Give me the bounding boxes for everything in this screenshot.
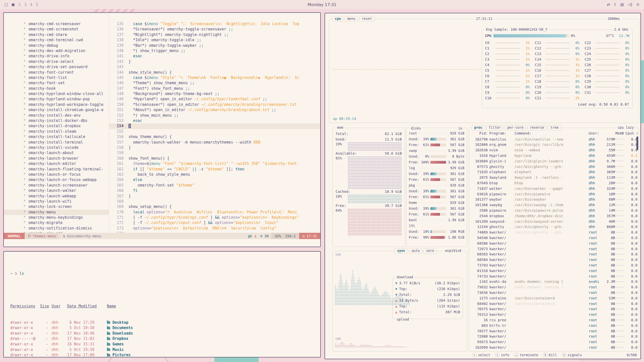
file-item[interactable]: *omarchy-drive-info [4,54,109,59]
process-row[interactable]: 76575kworker/root0B0.0 [472,306,637,312]
process-row[interactable]: 76313kworker/root0B0.0 [472,312,637,317]
file-item[interactable]: *omarchy-dev-add-migration [4,48,109,54]
file-item[interactable]: *omarchy-install-steam [4,129,109,134]
file-item[interactable]: *omarchy-install-chromium-google-a [4,107,109,113]
tab-sync[interactable]: sync [394,248,408,254]
process-row[interactable]: 63816pipewire/usr/bin/pipewiredhh16M0.0 [472,191,637,197]
bluetooth-icon[interactable]: ᛒ [614,2,616,7]
file-item[interactable]: *omarchy-launch-screensaver [4,183,109,188]
process-row[interactable]: 101399swayosd-/usr/bin/swayosd-serverdhh… [472,219,637,224]
process-row[interactable]: 2506pipewire/usr/bin/pipewire-pulsedhh14… [472,208,637,213]
process-row[interactable]: 87649btopbtopdhh26M0.0 [472,180,637,186]
file-item[interactable]: *omarchy-cmd-share [4,32,109,37]
workspace-window-icon[interactable]: ▢ [5,2,8,7]
editor-window[interactable]: *omarchy-cmd-screensaver*omarchy-cmd-scr… [3,12,321,247]
file-explorer[interactable]: *omarchy-cmd-screensaver*omarchy-cmd-scr… [4,13,109,233]
command-line[interactable] [4,239,320,247]
process-row[interactable]: 73703kworker/root0B0.0 [472,262,637,268]
tab-cpu[interactable]: cpu [332,16,343,22]
dir-name[interactable]: Dropbox [107,336,320,342]
proc-header-5[interactable]: Cpu% ↑ [625,131,637,135]
workspace-5[interactable]: 5 [36,2,38,7]
tab-zero[interactable]: zero [423,248,437,254]
file-item[interactable]: *omarchy-hyprland-workspace-toggle [4,102,109,107]
file-item[interactable]: *omarchy-launch-editor [4,161,109,166]
dir-name[interactable]: Documents [107,325,320,331]
file-item[interactable]: *omarchy-install-docker-dbs [4,118,109,123]
dir-name[interactable]: Pictures [107,352,320,357]
keyboard-icon[interactable]: ▤ [620,2,624,7]
file-item[interactable]: *omarchy-install-vscode [4,145,109,150]
file-item[interactable]: *omarchy-launch-floating-terminal- [4,167,109,172]
file-item[interactable]: *omarchy-drive-select [4,59,109,64]
process-row[interactable]: 68583kworker/root0B0.0 [472,252,637,257]
proc-scrollbar[interactable] [636,137,638,150]
file-item[interactable]: *omarchy-install-tailscale [4,134,109,140]
process-row[interactable]: 1916HyprlandHyprlanddhh455M0.2 [472,153,637,158]
process-row[interactable]: 95673kworker/root0B0.0 [472,339,637,345]
file-item[interactable]: *omarchy-notification-dismiss [4,226,109,231]
tab-tree[interactable]: tree [548,125,561,130]
file-item[interactable]: *omarchy-launch-walker [4,188,109,193]
tab-menu[interactable]: menu [345,16,358,22]
file-item[interactable]: *omarchy-launch-wifi [4,199,109,204]
update-interval[interactable]: 2000ms [606,17,621,21]
process-row[interactable]: 94540kworker/root0B0.0 [472,235,637,241]
footer-select[interactable]: ↕select [472,353,490,357]
file-item[interactable]: *omarchy-cmd-screensaver [4,21,109,27]
file-item[interactable]: *omarchy-lock-screen [4,204,109,209]
process-row[interactable]: 68586kworker/root0B0.0 [472,241,637,246]
network-interface[interactable]: enp191s0 [444,249,463,253]
file-item[interactable]: *omarchy-install-dropbox [4,123,109,129]
file-item[interactable]: *omarchy-cmd-screenshot [4,27,109,32]
process-row[interactable]: 72088kworker/root0B0.0 [472,334,637,339]
file-item[interactable]: *omarchy-install-terminal [4,140,109,145]
process-row[interactable]: 102866org.gnom/usr/bin/gjs /usr/lib/odhh… [472,142,637,148]
process-row[interactable]: 68584kworker/root0B0.0 [472,257,637,262]
tab-reset[interactable]: reset [359,16,375,22]
proc-header-3[interactable]: User: [589,131,603,135]
process-row[interactable]: 1162avahi-daavahi-daemon: running [avahi… [472,279,637,285]
file-item[interactable]: *omarchy-hyprland-window-close-all [4,91,109,97]
file-item[interactable]: *omarchy-font-list [4,75,109,80]
process-row[interactable]: 2075XwaylandXwayland :1 -rootless -dhh11… [472,175,637,180]
mem-panel-title[interactable]: mem [336,125,345,129]
file-item[interactable]: *omarchy-font-current [4,70,109,75]
tab-reverse[interactable]: reverse [527,125,547,130]
terminal-window[interactable]: ~ ❯ ls Permissions Size User Date Modifi… [3,251,321,357]
network-icon[interactable]: ⇄ [607,2,610,7]
disks-panel-title[interactable]: disks [409,125,423,131]
proc-header-1[interactable]: Program: [489,131,513,135]
process-row[interactable]: 16rcu_preeroot0B0.0 [472,317,637,323]
file-item[interactable]: *omarchy-launch-or-focus [4,172,109,177]
workspace-2[interactable]: 2 [18,2,21,7]
tab-auto[interactable]: auto [409,248,422,254]
process-row[interactable]: 102796nautilus/usr/bin/nautilus --newdhh… [472,137,637,142]
process-row[interactable]: 74733kworker/root0B0.0 [472,274,637,279]
process-row[interactable]: 68402kworker//usr/bin/containerdroot0B0.… [472,301,637,306]
file-item[interactable]: *omarchy-launch-browser [4,156,109,161]
proc-header-2[interactable]: Command: [514,131,587,135]
process-row[interactable]: 71837walker/usr/bin/walker --gappldhh324… [472,186,637,191]
file-item[interactable]: *omarchy-launch-about [4,150,109,156]
process-row[interactable]: 74869kworker//usr/bin/ghostty --gtk-root… [472,230,637,235]
tab-filter[interactable]: filter [486,125,504,130]
process-row[interactable]: 2544dropbox/home/dhh/.dropbox-distdhh357… [472,213,637,219]
proc-sort-mode[interactable]: cpu lazy [616,125,635,129]
process-row[interactable]: 81310kworker/root0B0.0 [472,268,637,274]
dir-name[interactable]: Music [107,347,320,353]
process-row[interactable]: 12244ghostty/usr/bin/ghostty --gtk-dhh86… [472,224,637,230]
file-item[interactable]: *omarchy-menu-keybindings [4,215,109,220]
footer-kill[interactable]: kKill [543,353,557,357]
proc-header-0[interactable]: Pid: [472,131,488,135]
file-item[interactable]: *omarchy-hook [4,86,109,91]
file-item[interactable]: *omarchy-pkg-add [4,231,109,233]
power-icon[interactable]: ⊙ [636,2,639,7]
dir-name[interactable]: Games [107,342,320,347]
footer-info[interactable]: iinfo [495,353,509,357]
io-toggle[interactable]: io [457,125,464,131]
footer-terminate[interactable]: ↵terminate [514,353,538,357]
process-row[interactable]: 72073kworker/root0B0.0 [472,246,637,252]
tab-per-core[interactable]: per-core [505,125,526,130]
file-item[interactable]: *omarchy-launch-webapp [4,194,109,199]
